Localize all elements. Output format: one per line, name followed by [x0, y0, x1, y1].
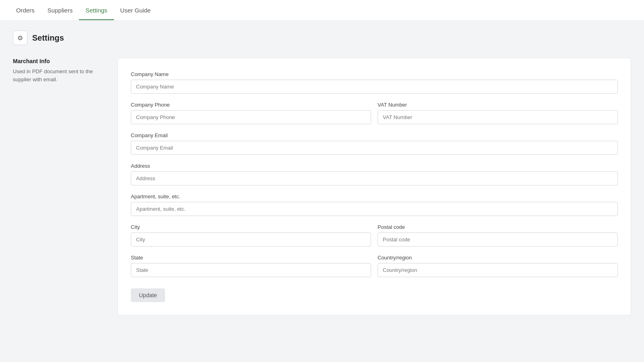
- company-email-label: Company Email: [131, 132, 618, 138]
- company-name-group: Company Name: [131, 71, 618, 94]
- apartment-group: Apartment, suite, etc.: [131, 193, 618, 216]
- section-desc: Used in PDF document sent to the supplie…: [13, 68, 101, 83]
- postal-code-group: Postal code: [378, 224, 618, 247]
- apartment-label: Apartment, suite, etc.: [131, 193, 618, 200]
- city-postal-row: City Postal code: [131, 224, 618, 255]
- company-phone-label: Company Phone: [131, 102, 371, 108]
- city-label: City: [131, 224, 371, 230]
- nav-item-settings[interactable]: Settings: [79, 0, 114, 20]
- company-phone-group: Company Phone: [131, 102, 371, 124]
- page-title: Settings: [32, 33, 64, 43]
- gear-icon: ⚙: [13, 31, 27, 45]
- update-button[interactable]: Update: [131, 288, 165, 302]
- vat-number-label: VAT Number: [378, 102, 618, 108]
- postal-code-input[interactable]: [378, 232, 618, 247]
- form-card: Company Name Company Phone VAT Number Co…: [118, 58, 631, 315]
- country-region-label: Country/region: [378, 255, 618, 261]
- state-group: State: [131, 255, 371, 277]
- apartment-input[interactable]: [131, 202, 618, 216]
- country-region-input[interactable]: [378, 263, 618, 277]
- main-layout: Marchant Info Used in PDF document sent …: [13, 58, 631, 315]
- address-input[interactable]: [131, 171, 618, 185]
- page-content: ⚙ Settings Marchant Info Used in PDF doc…: [0, 21, 644, 325]
- company-name-input[interactable]: [131, 80, 618, 94]
- phone-vat-row: Company Phone VAT Number: [131, 102, 618, 132]
- top-navigation: Orders Suppliers Settings User Guide: [0, 0, 644, 21]
- city-input[interactable]: [131, 232, 371, 247]
- state-country-row: State Country/region: [131, 255, 618, 285]
- page-header: ⚙ Settings: [13, 31, 631, 45]
- state-label: State: [131, 255, 371, 261]
- vat-number-input[interactable]: [378, 110, 618, 124]
- address-label: Address: [131, 163, 618, 169]
- company-email-input[interactable]: [131, 141, 618, 155]
- vat-number-group: VAT Number: [378, 102, 618, 124]
- address-group: Address: [131, 163, 618, 185]
- sidebar-info: Marchant Info Used in PDF document sent …: [13, 58, 101, 83]
- company-name-label: Company Name: [131, 71, 618, 77]
- nav-item-suppliers[interactable]: Suppliers: [41, 0, 79, 20]
- city-group: City: [131, 224, 371, 247]
- nav-item-user-guide[interactable]: User Guide: [114, 0, 157, 20]
- section-title: Marchant Info: [13, 58, 101, 64]
- country-region-group: Country/region: [378, 255, 618, 277]
- postal-code-label: Postal code: [378, 224, 618, 230]
- company-phone-input[interactable]: [131, 110, 371, 124]
- company-email-group: Company Email: [131, 132, 618, 155]
- state-input[interactable]: [131, 263, 371, 277]
- nav-item-orders[interactable]: Orders: [10, 0, 41, 20]
